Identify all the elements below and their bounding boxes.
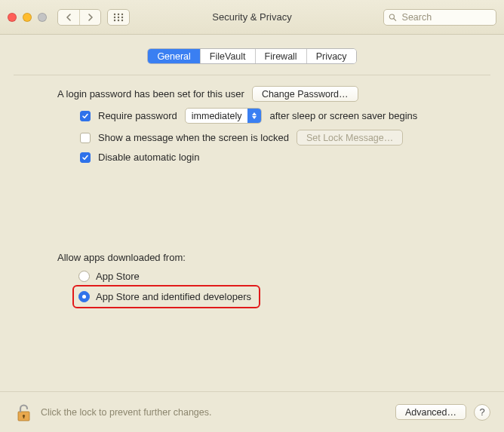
allow-apps-identified-radio[interactable] — [78, 291, 90, 302]
help-button[interactable]: ? — [474, 404, 490, 421]
tab-filevault[interactable]: FileVault — [200, 49, 255, 63]
svg-point-4 — [118, 16, 119, 17]
tabs-bar: General FileVault Firewall Privacy — [0, 48, 504, 64]
set-lock-message-button: Set Lock Message… — [297, 130, 403, 146]
chevron-left-icon — [66, 14, 72, 21]
highlighted-option: App Store and identified developers — [72, 285, 260, 308]
grid-icon — [113, 13, 124, 22]
forward-button[interactable] — [79, 10, 100, 25]
segmented-tabs: General FileVault Firewall Privacy — [147, 48, 356, 64]
svg-point-3 — [114, 16, 115, 17]
allow-apps-appstore-label: App Store — [96, 271, 140, 282]
chevron-right-icon — [88, 14, 94, 21]
svg-rect-12 — [23, 416, 25, 418]
svg-point-2 — [121, 13, 123, 14]
login-password-text: A login password has been set for this u… — [57, 88, 244, 100]
nav-buttons — [57, 9, 101, 26]
disable-auto-login-checkbox[interactable] — [80, 152, 91, 163]
minimize-window-button[interactable] — [23, 13, 32, 22]
show-message-label: Show a message when the screen is locked — [98, 132, 289, 143]
select-value: immediately — [192, 111, 242, 121]
svg-line-10 — [394, 18, 396, 20]
allow-apps-identified-label: App Store and identified developers — [96, 291, 251, 302]
change-password-button[interactable]: Change Password… — [252, 86, 358, 102]
tab-privacy[interactable]: Privacy — [306, 49, 356, 63]
close-window-button[interactable] — [8, 13, 17, 22]
svg-point-7 — [118, 19, 119, 20]
allow-apps-appstore-radio[interactable] — [78, 271, 90, 282]
titlebar: Security & Privacy — [0, 0, 504, 35]
lock-text: Click the lock to prevent further change… — [41, 407, 212, 418]
show-message-checkbox[interactable] — [80, 133, 91, 143]
back-button[interactable] — [58, 10, 79, 25]
search-input[interactable] — [401, 11, 491, 23]
tab-general[interactable]: General — [148, 49, 199, 63]
traffic-lights — [8, 13, 47, 22]
lock-open-icon — [15, 403, 32, 422]
check-icon — [81, 112, 89, 120]
advanced-button[interactable]: Advanced… — [395, 404, 466, 420]
require-password-checkbox[interactable] — [80, 111, 91, 121]
svg-point-5 — [121, 16, 123, 17]
tab-firewall[interactable]: Firewall — [255, 49, 306, 63]
require-password-label-post: after sleep or screen saver begins — [269, 110, 417, 121]
stepper-icon — [247, 109, 261, 123]
footer: Click the lock to prevent further change… — [0, 391, 504, 432]
allow-apps-title: Allow apps downloaded from: — [57, 252, 486, 263]
show-all-button[interactable] — [107, 9, 130, 26]
svg-point-9 — [389, 14, 394, 19]
check-icon — [81, 154, 89, 161]
search-icon — [389, 13, 397, 22]
svg-point-6 — [114, 19, 115, 20]
require-password-delay-select[interactable]: immediately — [185, 108, 263, 124]
require-password-label-pre: Require password — [98, 110, 177, 121]
lock-button[interactable] — [14, 401, 33, 424]
svg-point-0 — [114, 13, 115, 14]
zoom-window-button[interactable] — [38, 13, 47, 22]
disable-auto-login-label: Disable automatic login — [98, 152, 199, 163]
general-pane: A login password has been set for this u… — [0, 75, 504, 308]
svg-point-1 — [118, 13, 119, 14]
search-field[interactable] — [383, 9, 496, 26]
svg-point-8 — [121, 19, 123, 20]
